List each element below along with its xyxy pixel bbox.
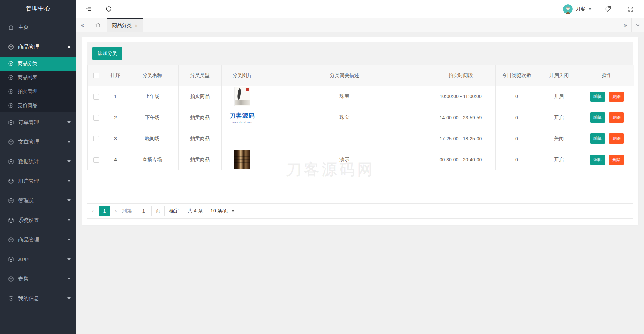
cell-sort: 4 <box>105 149 126 170</box>
row-checkbox[interactable] <box>93 94 99 100</box>
close-icon[interactable]: × <box>135 23 138 28</box>
chevron-down-icon <box>67 219 71 221</box>
cell-desc <box>263 128 426 149</box>
sidebar-group-settings[interactable]: 系统设置 <box>0 210 76 230</box>
sidebar-item-label: 主页 <box>18 24 71 31</box>
cube-icon <box>8 217 14 223</box>
sidebar-group-label: 用户管理 <box>18 178 67 184</box>
refresh-icon[interactable] <box>102 0 115 18</box>
delete-button[interactable]: 删除 <box>609 112 624 123</box>
sidebar-group-orders[interactable]: 订单管理 <box>0 112 76 132</box>
chevron-down-icon <box>67 239 71 241</box>
cell-time: 17:25:00 - 18:25:00 <box>426 128 496 149</box>
cube-icon <box>8 256 14 262</box>
cell-sort: 1 <box>105 86 126 107</box>
topbar: 刀客 <box>76 0 644 18</box>
col-actions: 操作 <box>580 65 634 86</box>
chevron-down-icon <box>67 258 71 260</box>
shield-check-icon <box>8 295 14 302</box>
sidebar-group-my-info[interactable]: 我的信息 <box>0 289 76 308</box>
category-table: 排序 分类名称 分类类型 分类图片 分类简要描述 拍卖时间段 今日浏览次数 开启… <box>87 65 634 170</box>
col-type: 分类类型 <box>179 65 222 86</box>
edit-button[interactable]: 编辑 <box>590 92 605 102</box>
sidebar-item-auction[interactable]: 拍卖管理 <box>0 85 76 99</box>
sidebar-group-label: 管理员 <box>18 197 67 204</box>
cell-desc: 珠宝 <box>263 107 426 128</box>
cell-views: 0 <box>496 86 538 107</box>
toolbar: 添加分类 <box>87 42 633 65</box>
sidebar-item-category[interactable]: 商品分类 <box>0 57 76 71</box>
prev-page-button[interactable]: ‹ <box>91 208 95 214</box>
edit-button[interactable]: 编辑 <box>590 112 605 123</box>
per-page-select[interactable]: 10 条/页 <box>207 206 238 216</box>
sidebar: 管理中心 主页 商品管理 商品分类 <box>0 0 76 334</box>
cell-status: 开启 <box>538 86 580 107</box>
sidebar-group-consignment[interactable]: 寄售 <box>0 269 76 289</box>
row-checkbox[interactable] <box>93 115 99 121</box>
sidebar-item-home[interactable]: 主页 <box>0 17 76 37</box>
edit-button[interactable]: 编辑 <box>590 155 605 165</box>
sidebar-group-articles[interactable]: 文章管理 <box>0 132 76 152</box>
category-image-photo <box>234 150 250 169</box>
sidebar-group-label: 订单管理 <box>18 119 67 126</box>
delete-button[interactable]: 删除 <box>609 92 624 102</box>
chevron-down-icon <box>67 121 71 123</box>
collapse-sidebar-icon[interactable] <box>81 0 95 18</box>
cube-icon <box>8 119 14 125</box>
cell-views: 0 <box>496 149 538 170</box>
row-checkbox[interactable] <box>93 157 99 163</box>
sidebar-group-users[interactable]: 用户管理 <box>0 171 76 191</box>
cell-sort: 3 <box>105 128 126 149</box>
goto-page-input[interactable] <box>136 206 152 216</box>
delete-button[interactable]: 删除 <box>609 155 624 165</box>
tabs-menu-toggle[interactable] <box>631 18 644 32</box>
next-page-button[interactable]: › <box>113 208 118 214</box>
tabs-scroll-left[interactable]: « <box>76 18 89 32</box>
tab-category[interactable]: 商品分类 × <box>107 18 143 32</box>
sidebar-group-label: 寄售 <box>18 276 67 282</box>
cell-status: 关闭 <box>538 128 580 149</box>
sidebar-group-admins[interactable]: 管理员 <box>0 191 76 210</box>
per-page-value: 10 条/页 <box>210 208 228 214</box>
cell-name: 晚间场 <box>126 128 179 149</box>
sidebar-item-product-list[interactable]: 商品列表 <box>0 71 76 85</box>
cell-name: 直播专场 <box>126 149 179 170</box>
current-page-button[interactable]: 1 <box>99 206 110 216</box>
avatar <box>563 4 573 14</box>
sidebar-group-app[interactable]: APP <box>0 249 76 269</box>
sidebar-group-products[interactable]: 商品管理 <box>0 37 76 57</box>
chevron-down-icon <box>67 160 71 162</box>
fullscreen-icon[interactable] <box>624 0 638 18</box>
select-all-checkbox[interactable] <box>93 73 99 78</box>
sidebar-group-products-2[interactable]: 商品管理 <box>0 230 76 249</box>
col-name: 分类名称 <box>126 65 179 86</box>
circle-plus-icon <box>8 75 14 81</box>
tab-label: 商品分类 <box>112 22 132 29</box>
add-category-button[interactable]: 添加分类 <box>92 47 122 60</box>
cell-desc: 珠宝 <box>263 86 426 107</box>
table-row: 2 下午场 拍卖商品 刀客源码 www.dkewl.com 珠宝 14:00:0… <box>88 107 634 128</box>
col-image: 分类图片 <box>222 65 263 86</box>
sidebar-group-statistics[interactable]: 数据统计 <box>0 152 76 171</box>
edit-button[interactable]: 编辑 <box>590 133 605 144</box>
cell-name: 上午场 <box>126 86 179 107</box>
cell-time: 10:00:00 - 11:00:00 <box>426 86 496 107</box>
sidebar-group-label: 我的信息 <box>18 295 67 302</box>
tab-home[interactable] <box>89 18 107 32</box>
table-row: 1 上午场 拍卖商品 珠宝 10:00:00 - 11:00:00 0 开启 编… <box>88 86 634 107</box>
col-desc: 分类简要描述 <box>263 65 426 86</box>
row-checkbox[interactable] <box>93 136 99 141</box>
total-count-label: 共 4 条 <box>188 208 203 214</box>
tabs-scroll-right[interactable]: » <box>619 18 631 32</box>
sidebar-group-label: APP <box>18 256 67 262</box>
chevron-down-icon <box>67 199 71 202</box>
sidebar-item-bidding[interactable]: 竞价商品 <box>0 99 76 112</box>
user-menu[interactable]: 刀客 <box>563 4 592 14</box>
table-row: 4 直播专场 拍卖商品 演示 00:30:00 - 20:40:00 0 开启 … <box>88 149 634 170</box>
delete-button[interactable]: 删除 <box>609 133 624 144</box>
tag-icon[interactable] <box>601 0 615 18</box>
cell-time: 14:00:00 - 23:59:59 <box>426 107 496 128</box>
confirm-page-button[interactable]: 确定 <box>164 206 184 216</box>
sidebar-item-label: 竞价商品 <box>18 102 37 109</box>
username: 刀客 <box>576 6 585 12</box>
